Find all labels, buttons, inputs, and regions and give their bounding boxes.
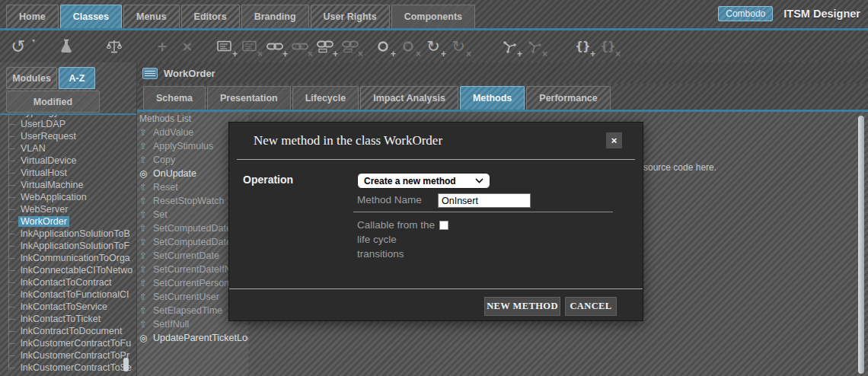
event-method-icon: ◎ [139,167,147,180]
callable-label: Callable from the life cycle transitions [357,218,438,261]
nav-tab-user-rights[interactable]: User Rights [311,5,390,28]
tree-item-lnkcontracttodocument[interactable]: lnkContractToDocument [3,325,136,337]
delete-list-link-icon: × [341,36,359,57]
tree-item-lnkcustomercontracttose[interactable]: lnkCustomerContractToSe [3,362,136,374]
nav-tab-classes[interactable]: Classes [60,5,122,28]
stimulus-method-icon: ⇧ [139,290,147,304]
app-title: ITSM Designer [783,8,860,20]
add-relation-icon[interactable]: + [500,36,519,57]
stimulus-method-icon: ⇧ [139,249,147,263]
sidebar-scrollbar-thumb[interactable] [123,358,129,371]
callable-checkbox[interactable] [439,221,448,230]
operation-selected-value: Create a new method [364,176,456,186]
nav-tab-components[interactable]: Components [391,5,475,28]
tree-item-lnkcontacttoservice[interactable]: lnkContactToService [3,301,136,313]
close-icon[interactable]: × [606,132,622,148]
tab-schema[interactable]: Schema [143,86,206,110]
class-tabs-bar: SchemaPresentationLifecycleImpact Analys… [137,84,868,112]
tree-item-userrequest[interactable]: UserRequest [3,130,136,142]
stimulus-method-icon: ⇧ [139,304,147,317]
sidebar: Modules A-Z Modified TypologyUserLDAPUse… [0,62,137,376]
add-list-link-icon[interactable]: + [316,36,334,57]
tab-impact-analysis[interactable]: Impact Analysis [360,86,458,110]
test-flask-icon[interactable] [57,36,75,57]
footer-separator [229,288,643,289]
tab-presentation[interactable]: Presentation [207,86,291,110]
stimulus-method-icon: ⇧ [139,317,147,331]
operation-select[interactable]: Create a new method [357,173,490,189]
compare-scales-icon[interactable] [105,36,123,57]
cancel-button[interactable]: CANCEL [565,297,617,316]
tree-item-workorder[interactable]: WorkOrder [3,215,136,228]
class-tree: TypologyUserLDAPUserRequestVLANVirtualDe… [3,115,136,376]
sidebar-tab-a-z[interactable]: A-Z [59,67,95,89]
tree-item-lnkcontacttocontract[interactable]: lnkContactToContract [3,276,136,288]
new-method-button[interactable]: NEW METHOD [484,297,560,316]
tree-item-vlan[interactable]: VLAN [3,142,136,155]
tree-item-lnkcustomercontracttopr[interactable]: lnkCustomerContractToPr [3,349,136,362]
add-class-icon[interactable]: + [215,36,234,57]
undo-icon[interactable]: ↺▾ [9,36,27,57]
tab-methods[interactable]: Methods [460,86,525,110]
tree-item-lnkconnectablecitonetwo[interactable]: lnkConnectableCIToNetwo [3,264,136,276]
tree-item-virtualmachine[interactable]: VirtualMachine [3,179,136,191]
nav-tab-editors[interactable]: Editors [181,5,240,28]
stimulus-method-icon: ⇧ [139,126,147,139]
tree-item-webapplication[interactable]: WebApplication [3,191,136,203]
stimulus-method-icon: ⇧ [139,263,147,276]
field-separator [353,212,613,212]
sidebar-tab-modules[interactable]: Modules [6,67,57,89]
tree-item-lnkapplicationsolutiontof[interactable]: lnkApplicationSolutionToF [3,240,136,252]
stimulus-method-icon: ⇧ [139,208,147,221]
toolbar: ↺▾+×+×+×+×+×↻+↻×+×{}+{}× [0,30,868,62]
editor-scrollbar[interactable] [858,116,864,374]
delete-relation-icon: × [525,36,544,57]
title-separator [237,159,635,160]
stimulus-method-icon: ⇧ [139,221,147,235]
stimulus-method-icon: ⇧ [139,180,147,194]
stimulus-method-icon: ⇧ [139,235,147,249]
tree-item-lnkcontacttofunctionalci[interactable]: lnkContactToFunctionalCI [3,288,136,301]
nav-tab-menus[interactable]: Menus [123,5,180,28]
delete-class-icon: × [241,36,259,57]
stimulus-method-icon: ⇧ [139,194,147,208]
modified-filter-button[interactable]: Modified [6,91,100,113]
tab-performance[interactable]: Performance [526,86,610,110]
tree-item-lnkcommunicationtoorga[interactable]: lnkCommunicationToOrga [3,252,136,264]
delete-transition-icon: ↻× [449,36,468,57]
stimulus-method-icon: ⇧ [139,153,147,167]
nav-tab-branding[interactable]: Branding [241,5,309,28]
operation-label: Operation [243,174,293,186]
tab-lifecycle[interactable]: Lifecycle [292,86,359,110]
class-title: WorkOrder [164,68,215,79]
editor-hint-text: source code here. [643,162,716,173]
tree-item-lnkcontacttoticket[interactable]: lnkContactToTicket [3,313,136,325]
dialog-title: New method in the class WorkOrder [254,123,442,159]
itsm-designer-window: HomeClassesMenusEditorsBrandingUser Righ… [0,0,868,376]
method-name-label: Method Name [357,194,422,206]
top-nav: HomeClassesMenusEditorsBrandingUser Righ… [0,0,868,30]
nav-tab-home[interactable]: Home [6,5,59,28]
method-name-input[interactable] [438,193,531,208]
tree-item-lnkcustomercontracttofu[interactable]: lnkCustomerContractToFu [3,337,136,349]
add-link-icon[interactable]: + [266,36,284,57]
class-header: WorkOrder [137,62,868,84]
delete-method-icon: {}× [598,36,617,57]
tree-item-userldap[interactable]: UserLDAP [3,118,136,130]
add-transition-icon[interactable]: ↻+ [424,36,442,57]
brand-area: Combodo ITSM Designer [718,6,860,21]
stimulus-method-icon: ⇧ [139,276,147,290]
add-state-icon[interactable]: + [374,36,392,57]
tree-item-virtualhost[interactable]: VirtualHost [3,167,136,179]
nav-tabs: HomeClassesMenusEditorsBrandingUser Righ… [6,5,475,28]
combodo-badge[interactable]: Combodo [718,6,773,21]
tree-item-virtualdevice[interactable]: VirtualDevice [3,155,136,167]
class-icon [142,68,158,79]
add-method-icon[interactable]: {}+ [573,36,592,57]
delete-link-icon: × [291,36,309,57]
chevron-down-icon [475,178,483,183]
method-item-updateparentticketlog[interactable]: ◎UpdateParentTicketLog [139,331,253,345]
add-icon: + [153,36,171,57]
tree-item-webserver[interactable]: WebServer [3,203,136,215]
tree-item-lnkapplicationsolutiontob[interactable]: lnkApplicationSolutionToB [3,228,136,240]
